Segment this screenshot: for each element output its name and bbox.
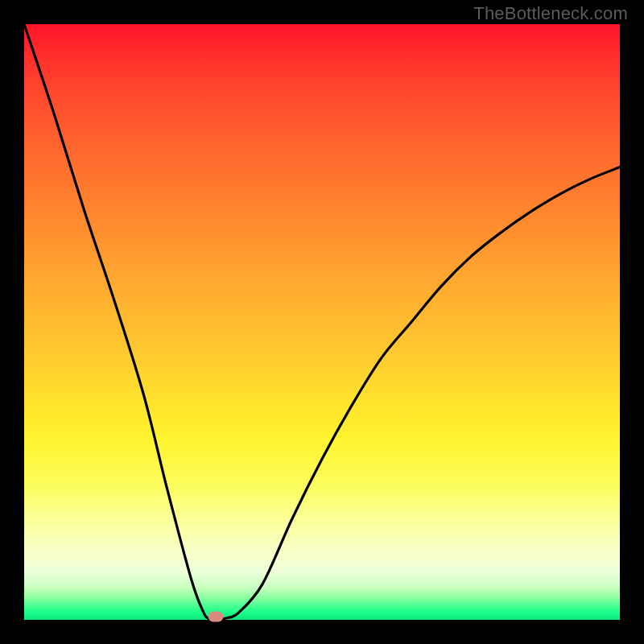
curve-layer (24, 24, 620, 620)
optimum-marker (208, 612, 224, 622)
chart-frame: TheBottleneck.com (0, 0, 644, 644)
plot-area (24, 24, 620, 620)
bottleneck-curve (24, 24, 620, 620)
watermark-text: TheBottleneck.com (473, 3, 628, 24)
